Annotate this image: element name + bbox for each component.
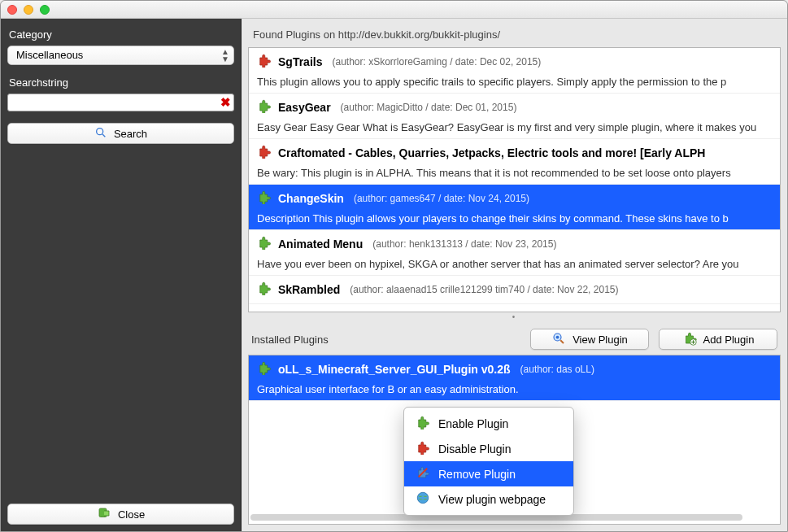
- plugin-meta: (author: xSkorrloreGaming / date: Dec 02…: [332, 56, 541, 68]
- plugin-description: This plugin allows you to apply specific…: [257, 76, 772, 88]
- zoom-window-icon[interactable]: [40, 5, 50, 15]
- search-button[interactable]: Search: [7, 123, 234, 144]
- found-plugins-list: SgTrails (author: xSkorrloreGaming / dat…: [248, 47, 781, 312]
- plugin-meta: (author: alaaenad15 crille121299 tim740 …: [350, 284, 618, 295]
- clear-search-icon[interactable]: ✖: [220, 95, 231, 110]
- minimize-window-icon[interactable]: [24, 5, 33, 15]
- sidebar: Category Miscellaneous ▲▼ Searchstring ✖…: [1, 19, 242, 531]
- context-menu-item[interactable]: Enable Plugin: [404, 411, 573, 436]
- plugin-name: Craftomated - Cables, Quarries, Jetpacks…: [278, 146, 705, 159]
- plugin-row[interactable]: ChangeSkin (author: games647 / date: Nov…: [249, 185, 780, 230]
- searchstring-label: Searchstring: [9, 76, 234, 89]
- plugin-description: Description This plugin allows your play…: [257, 212, 772, 225]
- puzzle-icon: [257, 235, 272, 253]
- search-icon: [94, 126, 107, 142]
- context-menu-label: Enable Plugin: [438, 417, 508, 430]
- context-menu-label: Remove Plugin: [438, 468, 516, 481]
- puzzle-icon: [257, 281, 272, 299]
- context-menu-item[interactable]: Remove Plugin: [404, 461, 573, 486]
- plugin-name: oLL_s_Minecraft_Server_GUI_Plugin v0.2ß: [278, 363, 511, 376]
- plugin-meta: (author: das oLL): [520, 364, 594, 375]
- search-button-label: Search: [114, 128, 147, 140]
- plugin-meta: (author: henk131313 / date: Nov 23, 2015…: [372, 238, 556, 250]
- add-plugin-icon: [682, 331, 697, 348]
- svg-point-0: [97, 128, 103, 134]
- svg-point-4: [556, 335, 559, 338]
- plugin-row[interactable]: SgTrails (author: xSkorrloreGaming / dat…: [249, 48, 780, 94]
- plugin-meta: (author: games647 / date: Nov 24, 2015): [354, 193, 529, 204]
- puzzle-icon: [257, 53, 272, 71]
- add-plugin-label: Add Plugin: [703, 334, 755, 346]
- plugin-row[interactable]: EasyGear (author: MagicDitto / date: Dec…: [249, 94, 780, 139]
- close-icon: [97, 506, 111, 523]
- view-plugin-label: View Plugin: [572, 334, 628, 346]
- splitter-handle[interactable]: •: [242, 312, 787, 321]
- category-label: Category: [9, 28, 234, 41]
- context-menu-icon: [416, 465, 430, 482]
- plugin-name: SkRambled: [278, 283, 340, 296]
- puzzle-icon: [257, 360, 272, 378]
- category-select[interactable]: Miscellaneous: [7, 46, 234, 65]
- search-input[interactable]: [7, 94, 234, 111]
- plugin-name: EasyGear: [278, 101, 331, 114]
- puzzle-icon: [257, 190, 272, 207]
- close-window-icon[interactable]: [7, 5, 17, 15]
- plugin-name: Animated Menu: [278, 238, 363, 251]
- svg-line-5: [560, 340, 564, 343]
- context-menu-icon: [416, 415, 430, 432]
- plugin-name: ChangeSkin: [278, 192, 344, 205]
- view-plugin-button[interactable]: View Plugin: [530, 329, 649, 350]
- plugin-meta: (author: MagicDitto / date: Dec 01, 2015…: [341, 102, 517, 113]
- puzzle-icon: [257, 144, 272, 162]
- found-plugins-scroll[interactable]: SgTrails (author: xSkorrloreGaming / dat…: [249, 48, 780, 312]
- installed-header-row: Installed Plugins View Plugin Add Plugin: [242, 321, 787, 355]
- view-plugin-icon: [551, 331, 566, 348]
- svg-line-1: [102, 134, 105, 137]
- installed-plugins-label: Installed Plugins: [251, 334, 520, 346]
- titlebar[interactable]: [1, 1, 787, 19]
- plugin-manager-window: Category Miscellaneous ▲▼ Searchstring ✖…: [0, 0, 788, 532]
- window-controls: [7, 5, 50, 15]
- close-button-label: Close: [118, 508, 145, 521]
- context-menu: Enable Plugin Disable Plugin Remove Plug…: [403, 407, 574, 516]
- plugin-row[interactable]: Craftomated - Cables, Quarries, Jetpacks…: [249, 139, 780, 185]
- plugin-description: Graphical user interface for B or an eas…: [257, 383, 772, 395]
- plugin-description: Have you ever been on hypixel, SKGA or a…: [257, 258, 772, 270]
- window-body: Category Miscellaneous ▲▼ Searchstring ✖…: [1, 19, 787, 531]
- context-menu-item[interactable]: Disable Plugin: [404, 436, 573, 461]
- close-button[interactable]: Close: [7, 504, 234, 525]
- plugin-row[interactable]: Animated Menu (author: henk131313 / date…: [249, 230, 780, 276]
- context-menu-item[interactable]: View plugin webpage: [404, 486, 573, 512]
- plugin-description: Be wary: This plugin is in ALPHA. This m…: [257, 167, 772, 179]
- context-menu-icon: [416, 440, 430, 457]
- context-menu-label: View plugin webpage: [438, 493, 546, 506]
- plugin-row[interactable]: SkRambled (author: alaaenad15 crille1212…: [249, 276, 780, 304]
- add-plugin-button[interactable]: Add Plugin: [659, 329, 777, 350]
- found-plugins-label: Found Plugins on http://dev.bukkit.org/b…: [242, 19, 787, 47]
- plugin-name: SgTrails: [278, 55, 322, 68]
- svg-point-8: [417, 492, 429, 504]
- plugin-row[interactable]: oLL_s_Minecraft_Server_GUI_Plugin v0.2ß …: [249, 355, 780, 401]
- context-menu-icon: [416, 491, 430, 508]
- plugin-description: Easy Gear Easy Gear What is EasyGear? Ea…: [257, 121, 772, 133]
- puzzle-icon: [257, 98, 272, 116]
- context-menu-label: Disable Plugin: [438, 443, 512, 456]
